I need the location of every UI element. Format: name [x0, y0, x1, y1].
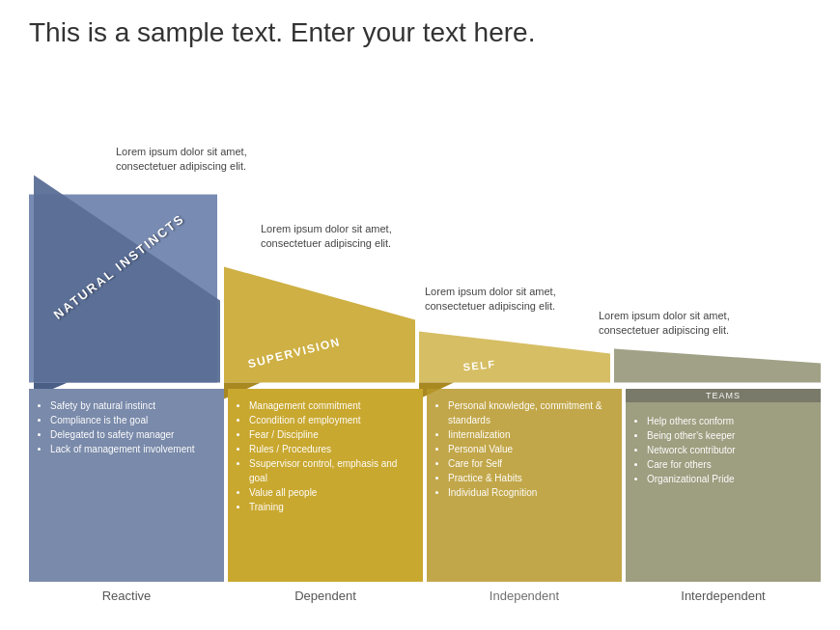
list-item: Rules / Procedures	[249, 442, 415, 456]
list-item: Organizational Pride	[647, 472, 813, 486]
box-label-independent: Independent	[427, 589, 622, 603]
list-item: Training	[249, 500, 415, 514]
diagram-area: Lorem ipsum dolor sit amet,consectetuer …	[29, 96, 821, 611]
box-label-dependent: Dependent	[228, 589, 423, 603]
box-independent: Personal knowledge, commitment & standar…	[427, 389, 622, 582]
list-item: Being other's keeper	[647, 428, 813, 443]
teams-badge: TEAMS	[626, 389, 821, 402]
box-label-interdependent: Interdependent	[626, 589, 821, 603]
list-item: Personal Value	[448, 442, 614, 456]
list-item: Practice & Habits	[448, 471, 614, 485]
list-item: Ccondition of employment	[249, 413, 415, 427]
list-item: Individual Rcognition	[448, 485, 614, 500]
box-reactive-list: Safety by natural instinct Compliance is…	[37, 398, 216, 456]
list-item: Ssupervisor control, emphasis and goal	[249, 456, 415, 485]
box-dependent-list: Management commitment Ccondition of empl…	[236, 398, 415, 514]
list-item: Iinternalization	[448, 427, 614, 442]
box-interdependent-list: Help others conform Being other's keeper…	[633, 414, 813, 486]
box-interdependent: TEAMS Help others conform Being other's …	[626, 389, 821, 582]
list-item: Value all people	[249, 485, 415, 500]
svg-marker-5	[419, 332, 610, 383]
list-item: Care for Self	[448, 456, 614, 471]
list-item: Management commitment	[249, 398, 415, 413]
list-item: Care for others	[647, 457, 813, 472]
list-item: Lack of management involvement	[50, 442, 216, 456]
box-reactive: Safety by natural instinct Compliance is…	[29, 389, 224, 582]
page-title: This is a sample text. Enter your text h…	[29, 17, 535, 48]
list-item: Safety by natural instinct	[50, 398, 216, 413]
box-interdependent-content: Help others conform Being other's keeper…	[633, 414, 813, 486]
list-item: Fear / Discipline	[249, 427, 415, 442]
list-item: Networck contributor	[647, 443, 813, 457]
box-dependent: Management commitment Ccondition of empl…	[228, 389, 423, 582]
box-label-reactive: Reactive	[29, 589, 224, 603]
list-item: Delegated to safety manager	[50, 427, 216, 442]
list-item: Compliance is the goal	[50, 413, 216, 427]
list-item: Help others conform	[647, 414, 813, 428]
list-item: Personal knowledge, commitment & standar…	[448, 398, 614, 427]
svg-marker-7	[614, 349, 821, 383]
box-independent-list: Personal knowledge, commitment & standar…	[434, 398, 614, 500]
boxes-row: Safety by natural instinct Compliance is…	[29, 389, 821, 582]
